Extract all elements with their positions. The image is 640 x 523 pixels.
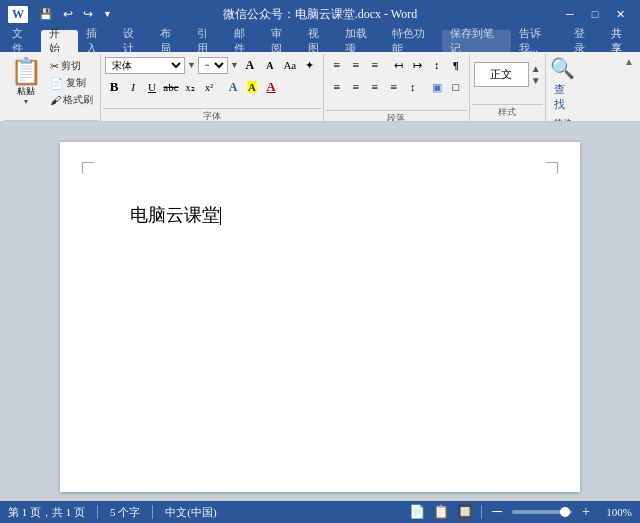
ribbon-collapse-button[interactable]: ▲ (620, 54, 638, 69)
paragraph-label: 段落 (326, 110, 467, 122)
word-logo: W (8, 6, 28, 23)
styles-more-button[interactable]: ▲ ▼ (531, 63, 541, 86)
tab-tellme[interactable]: 告诉我... (511, 30, 566, 52)
copy-button[interactable]: 📄 复制 (47, 75, 96, 91)
font-name-dropdown[interactable]: ▼ (187, 60, 196, 70)
line-spacing-button[interactable]: ↕ (404, 78, 422, 96)
ribbon-tabs: 文件 开始 插入 设计 布局 引用 邮件 审阅 视图 加载项 特色功能 保存到笔… (0, 28, 640, 52)
sep1 (97, 505, 98, 519)
superscript-button[interactable]: x² (200, 78, 218, 96)
numbering-button[interactable]: ≡ (347, 56, 365, 74)
decrease-font-button[interactable]: A (261, 56, 279, 74)
tab-view[interactable]: 视图 (300, 30, 337, 52)
sort-button[interactable]: ↕ (428, 56, 446, 74)
maximize-button[interactable]: □ (583, 5, 607, 23)
quick-undo[interactable]: ↩ (60, 5, 76, 24)
decrease-indent-button[interactable]: ↤ (390, 56, 408, 74)
font-size-dropdown[interactable]: ▼ (230, 60, 239, 70)
editing-group: 🔍 查找 替换 选择 编辑 (546, 54, 580, 121)
para-list-row: ≡ ≡ ≡ ↤ ↦ ↕ ¶ (328, 56, 465, 74)
tab-home[interactable]: 开始 (41, 30, 78, 52)
multilevel-button[interactable]: ≡ (366, 56, 384, 74)
window-controls: ─ □ ✕ (558, 5, 632, 23)
zoom-slider[interactable] (512, 510, 572, 514)
print-view-icon[interactable]: 📋 (433, 504, 449, 520)
subscript-button[interactable]: x₂ (181, 78, 199, 96)
find-label: 查找 (554, 82, 572, 112)
styles-group: 正文 ▲ ▼ 样式 (470, 54, 546, 121)
italic-button[interactable]: I (124, 78, 142, 96)
strikethrough-button[interactable]: abc (162, 78, 180, 96)
underline-button[interactable]: U (143, 78, 161, 96)
bullets-button[interactable]: ≡ (328, 56, 346, 74)
find-button[interactable]: 🔍 查找 (554, 56, 572, 112)
paste-icon: 📋 (10, 59, 42, 85)
para-align-row: ≡ ≡ ≡ ≡ ↕ ▣ □ (328, 78, 465, 96)
paste-button[interactable]: 📋 粘贴 ▼ (6, 57, 46, 108)
status-bar: 第 1 页，共 1 页 5 个字 中文(中国) 📄 📋 🔲 ─ + 100% (0, 501, 640, 523)
text-effect-button[interactable]: A (224, 78, 242, 96)
quick-redo[interactable]: ↪ (80, 5, 96, 24)
clipboard-group: 📋 粘贴 ▼ ✂ 剪切 📄 复制 🖌 格式刷 剪贴板 (2, 54, 101, 121)
sep2 (152, 505, 153, 519)
font-size-select[interactable]: 一 (198, 57, 228, 74)
tab-savenote[interactable]: 保存到笔记 (442, 30, 510, 52)
copy-icon: 📄 (50, 77, 64, 90)
tab-addins[interactable]: 加载项 (337, 30, 384, 52)
increase-indent-button[interactable]: ↦ (409, 56, 427, 74)
font-group: 宋体 ▼ 一 ▼ A A Aa ✦ B I U abc x₂ x² A (101, 54, 324, 121)
font-name-select[interactable]: 宋体 (105, 57, 185, 74)
title-left-controls: W 💾 ↩ ↪ ▼ (8, 5, 115, 24)
change-case-button[interactable]: Aa (281, 56, 299, 74)
page-corner-tr (546, 162, 558, 174)
sep3 (481, 505, 482, 519)
tab-file[interactable]: 文件 (4, 30, 41, 52)
document-content[interactable]: 电脑云课堂 (130, 202, 520, 229)
zoom-in-button[interactable]: + (580, 504, 592, 520)
tab-share[interactable]: 共享 (603, 30, 640, 52)
tab-references[interactable]: 引用 (189, 30, 226, 52)
close-button[interactable]: ✕ (608, 5, 632, 23)
text-cursor (220, 207, 221, 225)
title-bar: W 💾 ↩ ↪ ▼ 微信公众号：电脑云课堂.docx - Word ─ □ ✕ (0, 0, 640, 28)
paste-dropdown[interactable]: ▼ (23, 98, 30, 106)
bold-button[interactable]: B (105, 78, 123, 96)
tab-layout[interactable]: 布局 (152, 30, 189, 52)
font-color-button[interactable]: A (262, 78, 280, 96)
window-title: 微信公众号：电脑云课堂.docx - Word (223, 6, 417, 23)
language-indicator[interactable]: 中文(中国) (165, 505, 216, 520)
page-info: 第 1 页，共 1 页 (8, 505, 85, 520)
minimize-button[interactable]: ─ (558, 5, 582, 23)
document-scroll[interactable]: 电脑云课堂 (0, 122, 640, 501)
tab-insert[interactable]: 插入 (78, 30, 115, 52)
shading-button[interactable]: ▣ (428, 78, 446, 96)
highlight-color-button[interactable]: A (243, 78, 261, 96)
tab-special[interactable]: 特色功能 (384, 30, 442, 52)
tab-design[interactable]: 设计 (115, 30, 152, 52)
border-button[interactable]: □ (447, 78, 465, 96)
zoom-level[interactable]: 100% (600, 506, 632, 518)
web-view-icon[interactable]: 🔲 (457, 504, 473, 520)
cut-button[interactable]: ✂ 剪切 (47, 58, 96, 74)
font-name-row: 宋体 ▼ 一 ▼ A A Aa ✦ (105, 56, 319, 74)
tab-login[interactable]: 登录 (566, 30, 603, 52)
zoom-thumb[interactable] (560, 507, 570, 517)
justify-button[interactable]: ≡ (385, 78, 403, 96)
font-format-row: B I U abc x₂ x² A A A (105, 78, 280, 96)
center-button[interactable]: ≡ (347, 78, 365, 96)
styles-gallery[interactable]: 正文 (474, 62, 529, 87)
document-area: 电脑云课堂 (0, 122, 640, 501)
increase-font-button[interactable]: A (241, 56, 259, 74)
quick-more[interactable]: ▼ (100, 7, 115, 21)
paste-label: 粘贴 (17, 85, 35, 98)
align-left-button[interactable]: ≡ (328, 78, 346, 96)
tab-mailings[interactable]: 邮件 (226, 30, 263, 52)
format-painter-button[interactable]: 🖌 格式刷 (47, 92, 96, 108)
doc-view-icon[interactable]: 📄 (409, 504, 425, 520)
align-right-button[interactable]: ≡ (366, 78, 384, 96)
zoom-out-button[interactable]: ─ (490, 504, 504, 520)
show-marks-button[interactable]: ¶ (447, 56, 465, 74)
quick-save[interactable]: 💾 (36, 6, 56, 23)
tab-review[interactable]: 审阅 (263, 30, 300, 52)
clear-format-button[interactable]: ✦ (301, 56, 319, 74)
